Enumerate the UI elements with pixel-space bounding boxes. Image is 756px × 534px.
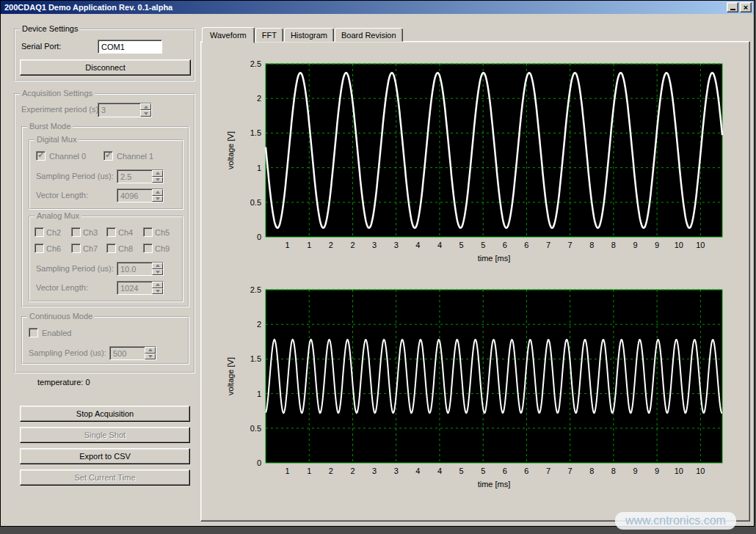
ch9-label: Ch9 bbox=[155, 244, 170, 254]
svg-text:2.5: 2.5 bbox=[250, 285, 261, 294]
svg-text:10: 10 bbox=[696, 467, 705, 475]
channel-1-label: Channel 1 bbox=[117, 152, 153, 161]
spin-down-icon bbox=[156, 271, 160, 274]
ch5-checkbox bbox=[143, 227, 153, 237]
svg-text:0: 0 bbox=[257, 233, 261, 241]
burst-mode-group: Burst Mode Digital Mux Channel 0 Channel… bbox=[21, 126, 189, 307]
analog-vector-length-label: Vector Length: bbox=[36, 283, 88, 293]
temperature-status: temperature: 0 bbox=[37, 378, 90, 387]
spin-down-button bbox=[140, 110, 151, 117]
spin-down-button bbox=[152, 177, 163, 183]
spin-down-icon bbox=[156, 290, 160, 293]
svg-text:4: 4 bbox=[415, 241, 420, 249]
stop-acquisition-button[interactable]: Stop Acquisition bbox=[20, 406, 190, 422]
svg-text:1.5: 1.5 bbox=[250, 128, 261, 137]
continuous-sampling-period-value: 500 bbox=[110, 347, 145, 359]
device-settings-group: Device Settings Serial Port: Disconnect bbox=[14, 29, 195, 81]
ch6-label: Ch6 bbox=[46, 244, 61, 254]
spin-up-button bbox=[140, 103, 151, 110]
svg-text:2: 2 bbox=[329, 467, 333, 475]
continuous-mode-group: Continuous Mode Enabled Sampling Period … bbox=[21, 316, 189, 365]
close-icon: × bbox=[744, 4, 748, 12]
analog-mux-legend: Analog Mux bbox=[34, 211, 81, 221]
title-bar: 200CDAQ1 Demo Application Rev. 0.1-alpha… bbox=[1, 1, 754, 14]
ch7-checkbox bbox=[71, 244, 81, 253]
svg-text:7: 7 bbox=[546, 241, 550, 249]
title-bar-buttons: × bbox=[725, 2, 752, 12]
analog-vector-length-spinner: 1024 bbox=[117, 281, 164, 295]
svg-text:10: 10 bbox=[675, 467, 683, 475]
tab-histogram[interactable]: Histogram bbox=[284, 28, 334, 42]
svg-text:2.5: 2.5 bbox=[250, 59, 261, 68]
ch6-checkbox bbox=[34, 244, 44, 253]
tab-strip: Waveform FFT Histogram Board Revision bbox=[202, 27, 404, 42]
close-button[interactable]: × bbox=[740, 2, 752, 12]
ch4-label: Ch4 bbox=[118, 228, 133, 238]
spin-up-button bbox=[152, 189, 163, 196]
svg-text:2: 2 bbox=[329, 241, 333, 249]
ch2-label: Ch2 bbox=[46, 228, 61, 238]
device-settings-legend: Device Settings bbox=[20, 24, 80, 34]
svg-text:2: 2 bbox=[350, 241, 355, 249]
svg-text:4: 4 bbox=[437, 467, 442, 475]
tab-fft[interactable]: FFT bbox=[255, 28, 283, 42]
analog-sampling-period-label: Sampling Period (us): bbox=[36, 264, 114, 274]
svg-text:8: 8 bbox=[611, 241, 616, 249]
analog-vector-length-value: 1024 bbox=[117, 282, 152, 294]
spin-down-button bbox=[152, 269, 163, 276]
spin-down-icon bbox=[156, 178, 160, 181]
channel-1-checkbox bbox=[103, 151, 113, 161]
burst-mode-legend: Burst Mode bbox=[27, 122, 73, 131]
svg-text:1: 1 bbox=[257, 389, 261, 398]
spin-down-icon bbox=[144, 112, 148, 115]
ch9-checkbox bbox=[143, 244, 153, 253]
svg-text:5: 5 bbox=[481, 467, 485, 475]
ch4-checkbox bbox=[106, 227, 116, 237]
waveform-chart-bottom: 112233445566778899101000.511.522.5time [… bbox=[223, 284, 733, 500]
svg-text:time [ms]: time [ms] bbox=[478, 254, 511, 263]
channel-0-checkbox bbox=[36, 151, 46, 161]
svg-text:1: 1 bbox=[307, 241, 311, 249]
svg-text:1.5: 1.5 bbox=[250, 354, 261, 363]
ch2-checkbox bbox=[34, 227, 44, 237]
svg-text:8: 8 bbox=[611, 467, 616, 475]
minimize-button[interactable] bbox=[727, 2, 738, 12]
spin-up-button bbox=[145, 347, 156, 354]
app-window: 200CDAQ1 Demo Application Rev. 0.1-alpha… bbox=[0, 0, 755, 527]
set-current-time-button: Set Current Time bbox=[20, 469, 190, 486]
svg-text:5: 5 bbox=[481, 241, 485, 249]
tab-board-revision[interactable]: Board Revision bbox=[335, 28, 403, 42]
continuous-enabled-checkbox bbox=[29, 328, 38, 337]
continuous-sampling-period-label: Sampling Period (us): bbox=[29, 348, 106, 358]
spin-up-icon bbox=[156, 191, 160, 194]
experiment-period-spinner: 3 bbox=[98, 103, 152, 117]
continuous-sampling-period-spinner: 500 bbox=[109, 346, 156, 360]
spin-up-icon bbox=[144, 106, 148, 109]
ch5-label: Ch5 bbox=[155, 228, 170, 238]
channel-0-label: Channel 0 bbox=[49, 152, 86, 161]
svg-text:3: 3 bbox=[372, 241, 377, 249]
svg-text:1: 1 bbox=[286, 467, 290, 475]
ch3-checkbox bbox=[71, 227, 81, 237]
digital-sampling-period-value: 2.5 bbox=[117, 170, 152, 183]
svg-text:1: 1 bbox=[286, 241, 290, 249]
digital-vector-length-label: Vector Length: bbox=[36, 191, 88, 200]
svg-text:2: 2 bbox=[257, 320, 261, 329]
svg-text:10: 10 bbox=[675, 241, 683, 249]
digital-mux-group: Digital Mux Channel 0 Channel 1 Sampling… bbox=[29, 139, 183, 210]
svg-text:time [ms]: time [ms] bbox=[478, 480, 511, 489]
svg-text:0: 0 bbox=[257, 458, 261, 467]
spin-up-icon bbox=[156, 264, 160, 267]
ch8-checkbox bbox=[106, 244, 116, 253]
serial-port-input[interactable] bbox=[98, 40, 162, 54]
svg-text:1: 1 bbox=[307, 467, 311, 475]
window-title: 200CDAQ1 Demo Application Rev. 0.1-alpha bbox=[4, 3, 172, 12]
spin-up-button bbox=[152, 263, 163, 269]
watermark: www.cntronics.com bbox=[615, 512, 736, 530]
disconnect-button[interactable]: Disconnect bbox=[20, 59, 191, 76]
export-csv-button[interactable]: Export to CSV bbox=[20, 448, 190, 464]
digital-mux-legend: Digital Mux bbox=[34, 135, 79, 145]
spin-up-icon bbox=[148, 348, 153, 351]
tab-waveform[interactable]: Waveform bbox=[202, 27, 255, 43]
minimize-icon bbox=[730, 9, 735, 10]
